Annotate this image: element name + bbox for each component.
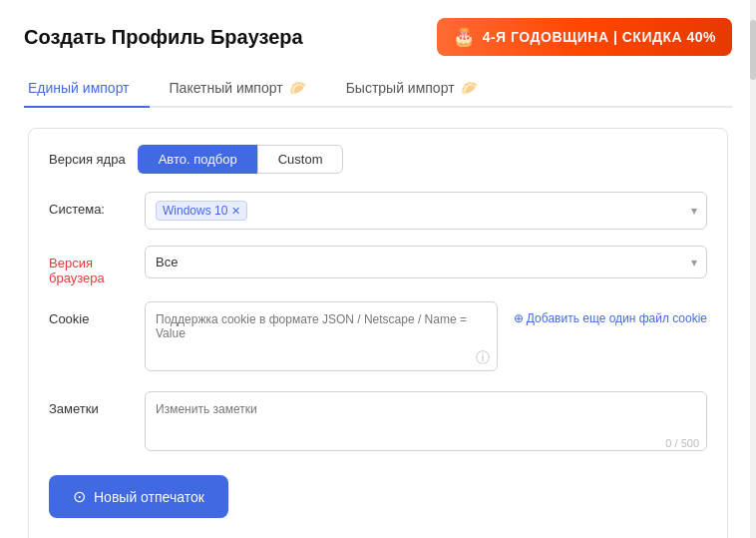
add-cookie-button[interactable]: ⊕ Добавить еще один файл cookie xyxy=(514,301,707,325)
tab-quick-import-label: Быстрый импорт xyxy=(346,80,455,96)
cookie-textarea[interactable] xyxy=(145,301,498,371)
scrollbar-thumb[interactable] xyxy=(750,20,756,80)
new-fingerprint-label: Новый отпечаток xyxy=(94,489,204,505)
system-tag-windows[interactable]: Windows 10 ✕ xyxy=(156,201,247,221)
kernel-custom-button[interactable]: Custom xyxy=(257,145,344,174)
system-label: Система: xyxy=(49,192,129,217)
tabs-row: Единый импорт Пакетный импорт 🥟 Быстрый … xyxy=(24,70,732,108)
browser-version-row: Версиябраузера Все ▾ xyxy=(49,246,707,285)
cookie-label: Cookie xyxy=(49,301,129,326)
new-fingerprint-button[interactable]: ⊙ Новый отпечаток xyxy=(49,475,228,518)
tab-quick-import[interactable]: Быстрый импорт 🥟 xyxy=(326,70,498,108)
system-tag-label: Windows 10 xyxy=(163,204,227,218)
tab-single-import[interactable]: Единый импорт xyxy=(24,70,150,108)
kernel-auto-button[interactable]: Авто. подбор xyxy=(138,145,257,174)
promo-banner[interactable]: 🎂 4-Я ГОДОВЩИНА | СКИДКА 40% xyxy=(437,18,732,56)
system-tag-input[interactable]: Windows 10 ✕ xyxy=(145,192,707,230)
browser-version-select[interactable]: Все xyxy=(145,246,707,278)
action-row: ⊙ Новый отпечаток xyxy=(49,475,707,534)
browser-version-select-wrapper: Все ▾ xyxy=(145,246,707,278)
kernel-buttons: Авто. подбор Custom xyxy=(138,145,344,174)
tab-single-import-label: Единый импорт xyxy=(28,80,130,96)
fingerprint-icon: ⊙ xyxy=(73,487,86,506)
cookie-input-area: ⓘ xyxy=(145,301,498,375)
char-count: 0 / 500 xyxy=(665,437,699,449)
notes-textarea-wrapper: 0 / 500 xyxy=(145,391,707,455)
page-title: Создать Профиль Браузера xyxy=(24,26,303,49)
notes-row: Заметки 0 / 500 xyxy=(49,391,707,455)
promo-text: 4-Я ГОДОВЩИНА | СКИДКА 40% xyxy=(483,29,716,45)
notes-textarea[interactable] xyxy=(145,391,707,451)
system-control: Windows 10 ✕ ▾ xyxy=(145,192,707,230)
kernel-version-label: Версия ядра xyxy=(49,152,126,167)
cookie-info-icon: ⓘ xyxy=(476,349,490,367)
tab-batch-import-emoji: 🥟 xyxy=(289,80,306,96)
tab-quick-import-emoji: 🥟 xyxy=(461,80,478,96)
kernel-version-row: Версия ядра Авто. подбор Custom xyxy=(49,145,707,174)
notes-label: Заметки xyxy=(49,391,129,416)
scrollbar-track xyxy=(750,0,756,538)
tab-batch-import-label: Пакетный импорт xyxy=(170,80,283,96)
promo-emoji-icon: 🎂 xyxy=(453,26,475,48)
browser-version-label: Версиябраузера xyxy=(49,246,129,285)
system-row: Система: Windows 10 ✕ ▾ xyxy=(49,192,707,230)
tab-batch-import[interactable]: Пакетный импорт 🥟 xyxy=(150,70,326,108)
cookie-row: Cookie ⓘ ⊕ Добавить еще один файл cookie xyxy=(49,301,707,375)
system-tag-close-icon[interactable]: ✕ xyxy=(231,205,240,218)
